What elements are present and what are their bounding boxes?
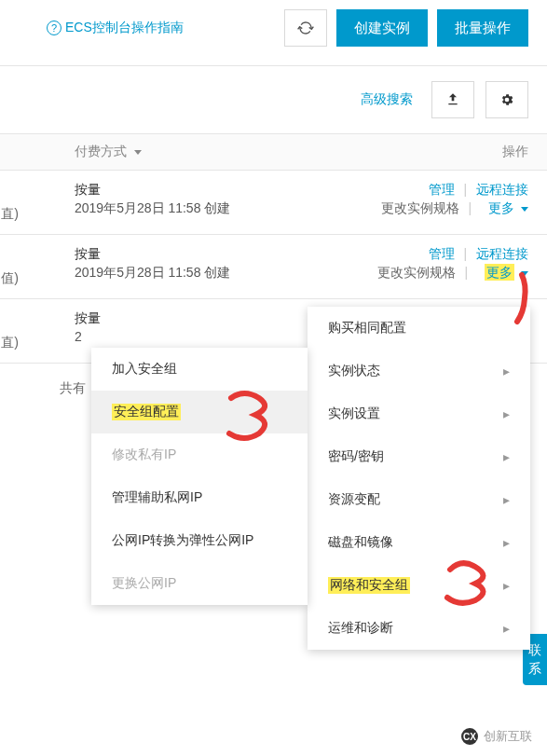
ecs-help-link[interactable]: ? ECS控制台操作指南 [47,20,275,36]
refresh-button[interactable] [284,9,327,47]
manage-link[interactable]: 管理 [429,182,455,197]
menu-item-resource-change[interactable]: 资源变配 ▸ [308,478,530,521]
row-left-suffix: 直) [0,310,19,351]
chevron-right-icon: ▸ [503,492,510,507]
settings-button[interactable] [485,81,528,118]
submenu-item-sg-config[interactable]: 安全组配置 [91,391,308,433]
submenu-item-convert-eip[interactable]: 公网IP转换为弹性公网IP [91,519,308,562]
menu-item-ops-diagnosis[interactable]: 运维和诊断 ▸ [308,607,530,650]
submenu-item-join-sg[interactable]: 加入安全组 [91,348,308,391]
chevron-down-icon [134,150,142,155]
chevron-right-icon: ▸ [503,621,510,636]
watermark-text: 创新互联 [484,728,532,745]
manage-link[interactable]: 管理 [429,246,455,261]
chevron-down-icon [521,271,528,276]
chevron-right-icon: ▸ [503,449,510,464]
col-header-payment[interactable]: 付费方式 [75,144,502,160]
menu-item-disk-image[interactable]: 磁盘和镜像 ▸ [308,521,530,564]
submenu-item-manage-secondary-ip[interactable]: 管理辅助私网IP [91,476,308,519]
created-date: 2019年5月28日 11:58 创建 [75,200,342,217]
batch-operate-button[interactable]: 批量操作 [437,9,528,47]
table-row: 值) 按量 2019年5月28日 11:58 创建 管理 | 远程连接 更改实例… [0,235,547,299]
more-menu: 购买相同配置 实例状态 ▸ 实例设置 ▸ 密码/密钥 ▸ 资源变配 ▸ 磁盘和镜… [308,307,530,650]
chevron-right-icon: ▸ [503,406,510,421]
created-date: 2019年5月28日 11:58 创建 [75,265,342,282]
row-left-suffix: 值) [0,246,19,287]
remote-connect-link[interactable]: 远程连接 [476,182,528,197]
col-header-operation: 操作 [502,144,528,160]
chevron-right-icon: ▸ [503,535,510,550]
chevron-down-icon [521,207,528,212]
help-label: ECS控制台操作指南 [65,20,184,36]
menu-item-network-security-group[interactable]: 网络和安全组 ▸ [308,564,530,607]
menu-item-buy-same-config[interactable]: 购买相同配置 [308,307,530,350]
billing-type: 按量 [75,310,342,327]
row-left-suffix: 直) [0,182,19,223]
submenu-item-modify-private-ip: 修改私有IP [91,433,308,476]
gear-icon [499,92,514,107]
watermark: CX 创新互联 [454,724,540,749]
create-instance-button[interactable]: 创建实例 [336,9,428,47]
export-icon [445,92,460,107]
advanced-search-link[interactable]: 高级搜索 [361,91,413,108]
help-icon: ? [47,21,62,35]
more-dropdown[interactable]: 更多 [485,265,528,280]
table-header-row: 付费方式 操作 [0,134,547,171]
table-row: 直) 按量 2019年5月28日 11:58 创建 管理 | 远程连接 更改实例… [0,171,547,235]
chevron-right-icon: ▸ [503,578,510,593]
more-dropdown[interactable]: 更多 [488,200,528,215]
billing-type: 按量 [75,246,342,263]
watermark-logo: CX [461,728,478,745]
network-security-submenu: 加入安全组 安全组配置 修改私有IP 管理辅助私网IP 公网IP转换为弹性公网I… [91,348,308,605]
change-spec-link[interactable]: 更改实例规格 [381,200,459,215]
menu-item-instance-status[interactable]: 实例状态 ▸ [308,350,530,392]
chevron-right-icon: ▸ [503,364,510,378]
refresh-icon [295,18,316,38]
created-date: 2 [75,329,342,344]
billing-type: 按量 [75,182,342,199]
menu-item-instance-settings[interactable]: 实例设置 ▸ [308,392,530,435]
remote-connect-link[interactable]: 远程连接 [476,246,528,261]
menu-item-password-key[interactable]: 密码/密钥 ▸ [308,435,530,478]
change-spec-link[interactable]: 更改实例规格 [377,265,456,280]
export-button[interactable] [431,81,474,118]
submenu-item-change-public-ip: 更换公网IP [91,562,308,605]
